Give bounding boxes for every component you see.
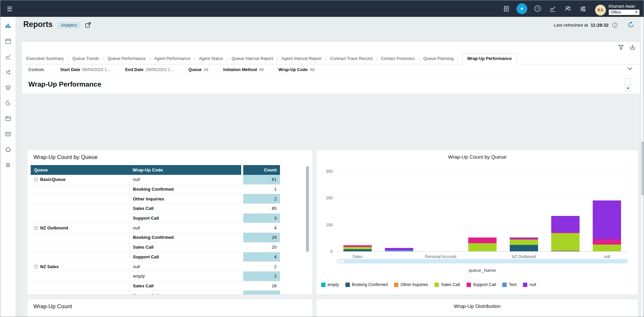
cell-queue[interactable]: [31, 194, 129, 204]
cell-queue[interactable]: BasicQueue: [31, 175, 129, 185]
tab-agent-performance[interactable]: Agent Performance: [154, 54, 199, 64]
cell-wrapup-code[interactable]: Support Call: [129, 291, 241, 295]
bar-segment-other-inquiries[interactable]: [551, 251, 580, 251]
tab-executive-summary[interactable]: Executive Summary: [26, 54, 72, 64]
cell-count[interactable]: 65: [243, 204, 280, 214]
tasks-bolt-icon[interactable]: [516, 3, 527, 14]
cell-wrapup-code[interactable]: Sales Call: [129, 243, 241, 252]
page-scrollbar[interactable]: [640, 17, 644, 317]
data-zoom-strip[interactable]: [337, 259, 628, 263]
cell-count[interactable]: [243, 291, 280, 295]
sidebar-item-history-icon[interactable]: [5, 100, 11, 106]
cell-count[interactable]: 2: [243, 194, 280, 204]
cell-count[interactable]: 2: [243, 262, 280, 272]
bar-segment-sales-call[interactable]: [510, 240, 538, 245]
cell-count[interactable]: 1: [243, 185, 280, 194]
cell-queue[interactable]: NZ Outbound: [31, 223, 129, 233]
cell-count[interactable]: 16: [243, 281, 280, 291]
bar-segment-null[interactable]: [593, 200, 621, 239]
bar-segment-support-call[interactable]: [551, 232, 580, 233]
refresh-icon[interactable]: [627, 21, 634, 28]
controls-expand-chevron-icon[interactable]: [627, 67, 633, 71]
bar-segment-null[interactable]: [551, 216, 580, 232]
collapse-icon[interactable]: [34, 226, 38, 230]
legend-item-booking-confirmed[interactable]: Booking Confirmed: [345, 282, 388, 287]
cell-queue[interactable]: [31, 291, 129, 295]
bar-segment-sales-call[interactable]: [343, 247, 372, 249]
column-header-queue[interactable]: Queue: [31, 165, 129, 175]
bar-segment-null[interactable]: [510, 237, 538, 239]
sidebar-item-calendar-icon[interactable]: [5, 38, 11, 44]
bar-segment-support-call[interactable]: [593, 239, 621, 245]
bar-segment-booking-confirmed[interactable]: [510, 245, 538, 251]
filter-chip-end-date[interactable]: End Date29/05/2023 1...: [125, 67, 174, 72]
cell-count[interactable]: 4: [243, 252, 280, 262]
info-icon[interactable]: [611, 22, 618, 28]
cell-wrapup-code[interactable]: Support Call: [129, 252, 241, 262]
bar-segment-support-call[interactable]: [510, 239, 538, 240]
sidebar-item-mail-icon[interactable]: [5, 131, 11, 137]
bar-segment-support-call[interactable]: [343, 245, 372, 247]
cell-count[interactable]: 61: [243, 175, 280, 185]
cell-queue[interactable]: [31, 243, 129, 252]
cell-wrapup-code[interactable]: empty: [129, 272, 241, 281]
column-header-wrapup-code[interactable]: Wrap-Up Code: [129, 165, 241, 175]
legend-item-other-inquiries[interactable]: Other Inquiries: [394, 282, 428, 287]
legend-item-support-call[interactable]: Support Call: [467, 282, 496, 287]
cell-queue[interactable]: [31, 185, 129, 194]
cell-queue[interactable]: [31, 214, 129, 223]
tab-queue-planning[interactable]: Queue Planning: [423, 54, 462, 64]
cell-queue[interactable]: [31, 272, 129, 281]
avatar[interactable]: KA: [595, 5, 606, 15]
filter-chip-queue[interactable]: QueueAll: [189, 67, 208, 72]
cell-queue[interactable]: [31, 233, 129, 243]
bar-segment-sales-call[interactable]: [468, 243, 497, 251]
tab-queue-performance[interactable]: Queue Performance: [108, 54, 154, 64]
page-scrollbar-thumb[interactable]: [641, 141, 644, 195]
filter-chip-wrap-up-code[interactable]: Wrap-Up CodeAll: [278, 67, 314, 72]
collapse-icon[interactable]: [34, 265, 38, 268]
filter-funnel-icon[interactable]: [618, 44, 624, 51]
cell-queue[interactable]: [31, 204, 129, 214]
tab-agent-status[interactable]: Agent Status: [199, 54, 232, 64]
settings-sliders-icon[interactable]: [578, 4, 588, 14]
sidebar-item-settings-gear-icon[interactable]: ⚙: [5, 162, 11, 168]
legend-item-null[interactable]: null: [523, 282, 536, 287]
notes-icon[interactable]: [501, 4, 511, 14]
sidebar-item-layers-icon[interactable]: [5, 84, 11, 91]
filter-chip-initiation-method[interactable]: Initiation MethodAll: [223, 67, 263, 72]
sheet-scroll-widget[interactable]: [625, 78, 631, 92]
export-icon[interactable]: [629, 44, 636, 51]
column-header-count[interactable]: Count: [243, 165, 280, 175]
tab-agent-interval-report[interactable]: Agent Interval Report: [282, 54, 330, 64]
bar-segment-sales-call[interactable]: [593, 245, 621, 251]
cell-count[interactable]: 20: [243, 243, 280, 252]
cell-wrapup-code[interactable]: null: [129, 262, 241, 272]
bar-segment-test[interactable]: [385, 250, 413, 251]
sidebar-item-metrics-icon[interactable]: [5, 53, 11, 60]
sidebar-item-modules-icon[interactable]: [5, 115, 11, 122]
data-zoom-handle[interactable]: [337, 259, 345, 263]
cell-wrapup-code[interactable]: Booking Confirmed: [129, 233, 241, 243]
metrics-icon[interactable]: [548, 4, 558, 14]
cell-wrapup-code[interactable]: Sales Call: [129, 204, 241, 214]
sidebar-item-analytics-donut-icon[interactable]: [5, 146, 11, 153]
sidebar-item-reports-icon[interactable]: [5, 22, 11, 29]
table-scrollbar-thumb[interactable]: [306, 166, 309, 252]
cell-count[interactable]: 3: [243, 214, 280, 223]
bar-segment-booking-confirmed[interactable]: [343, 249, 372, 251]
cell-wrapup-code[interactable]: null: [129, 223, 241, 233]
tab-contract-trace-record[interactable]: Contract Trace Record: [330, 54, 381, 64]
cell-count[interactable]: 4: [243, 223, 280, 233]
cell-count[interactable]: 24: [243, 233, 280, 243]
agent-status-select[interactable]: Offline: [609, 9, 640, 15]
bar-segment-sales-call[interactable]: [551, 233, 580, 251]
tab-queue-trends[interactable]: Queue Trends: [72, 54, 107, 64]
legend-item-sales-call[interactable]: Sales Call: [435, 282, 460, 287]
sidebar-item-routing-icon[interactable]: [5, 69, 11, 75]
scroll-down-button[interactable]: [625, 85, 630, 91]
cell-wrapup-code[interactable]: null: [129, 175, 241, 185]
cell-wrapup-code[interactable]: Sales Call: [129, 281, 241, 291]
cell-wrapup-code[interactable]: Booking Confirmed: [129, 185, 241, 194]
bar-segment-support-call[interactable]: [468, 237, 497, 243]
